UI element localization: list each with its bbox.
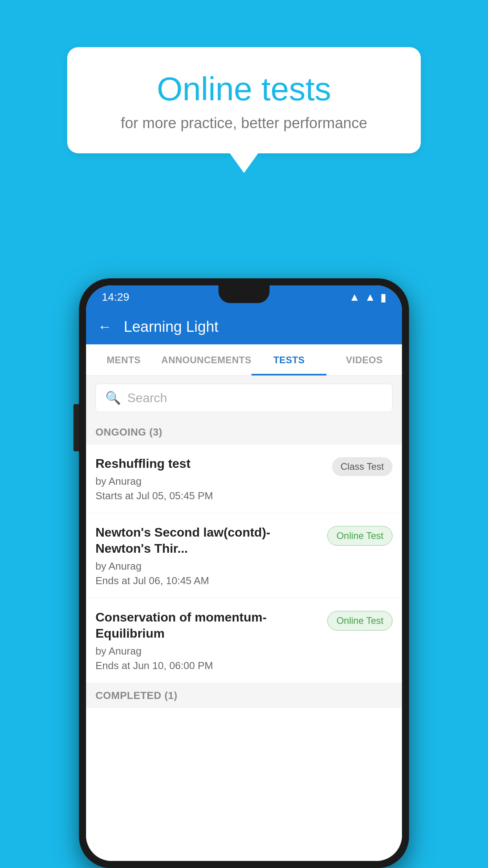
app-header: ← Learning Light <box>86 309 402 344</box>
status-icons: ▲ ▲ ▮ <box>349 291 386 304</box>
test-author: by Anurag <box>95 475 326 487</box>
search-icon: 🔍 <box>105 390 121 405</box>
search-container: 🔍 Search <box>86 376 402 420</box>
speech-bubble-container: Online tests for more practice, better p… <box>67 47 421 153</box>
test-badge-online: Online Test <box>327 611 393 631</box>
tab-announcements[interactable]: ANNOUNCEMENTS <box>161 344 251 375</box>
phone-frame: 14:29 ▲ ▲ ▮ ← Learning Light MENTS ANNOU… <box>79 278 409 868</box>
test-name: Reshuffling test <box>95 456 326 472</box>
ongoing-section-label: ONGOING (3) <box>86 420 402 445</box>
wifi-icon: ▲ <box>349 291 360 303</box>
completed-section-label: COMPLETED (1) <box>86 683 402 708</box>
test-time: Starts at Jul 05, 05:45 PM <box>95 490 326 502</box>
test-time: Ends at Jul 06, 10:45 AM <box>95 575 321 587</box>
bubble-subtitle: for more practice, better performance <box>99 115 389 132</box>
test-badge-online: Online Test <box>327 526 393 546</box>
test-info: Reshuffling test by Anurag Starts at Jul… <box>95 456 326 502</box>
search-placeholder: Search <box>127 391 167 405</box>
battery-icon: ▮ <box>380 291 386 304</box>
tab-ments[interactable]: MENTS <box>86 344 161 375</box>
header-title: Learning Light <box>124 318 218 335</box>
back-button[interactable]: ← <box>98 318 112 335</box>
bubble-title: Online tests <box>99 71 389 107</box>
test-author: by Anurag <box>95 560 321 572</box>
test-item[interactable]: Conservation of momentum-Equilibrium by … <box>86 598 402 683</box>
test-author: by Anurag <box>95 645 321 657</box>
test-badge-class: Class Test <box>332 457 393 476</box>
phone-notch <box>218 285 270 303</box>
test-name: Newton's Second law(contd)-Newton's Thir… <box>95 524 321 557</box>
test-list: Reshuffling test by Anurag Starts at Jul… <box>86 445 402 861</box>
status-time: 14:29 <box>102 291 129 303</box>
test-info: Conservation of momentum-Equilibrium by … <box>95 609 321 672</box>
tab-videos[interactable]: VIDEOS <box>327 344 402 375</box>
test-name: Conservation of momentum-Equilibrium <box>95 609 321 642</box>
tab-tests[interactable]: TESTS <box>251 344 327 375</box>
speech-bubble: Online tests for more practice, better p… <box>67 47 421 153</box>
test-item[interactable]: Reshuffling test by Anurag Starts at Jul… <box>86 445 402 513</box>
test-time: Ends at Jun 10, 06:00 PM <box>95 660 321 672</box>
phone-screen: 14:29 ▲ ▲ ▮ ← Learning Light MENTS ANNOU… <box>86 285 402 861</box>
signal-icon: ▲ <box>365 291 376 303</box>
tabs-bar: MENTS ANNOUNCEMENTS TESTS VIDEOS <box>86 344 402 376</box>
test-item[interactable]: Newton's Second law(contd)-Newton's Thir… <box>86 513 402 598</box>
test-info: Newton's Second law(contd)-Newton's Thir… <box>95 524 321 587</box>
phone-wrapper: 14:29 ▲ ▲ ▮ ← Learning Light MENTS ANNOU… <box>79 278 409 868</box>
search-box[interactable]: 🔍 Search <box>95 384 393 412</box>
